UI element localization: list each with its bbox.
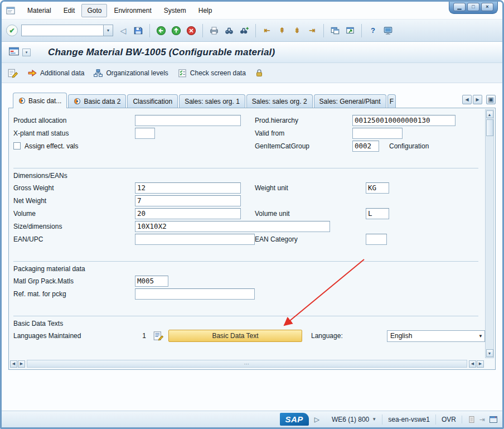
command-field[interactable]	[21, 25, 104, 36]
menu-environment[interactable]: Environment	[108, 4, 157, 17]
gross-weight-input[interactable]	[135, 182, 241, 194]
matl-grp-pack-matls-input[interactable]	[135, 276, 168, 287]
basic-data-text-button[interactable]: Basic Data Text	[168, 330, 302, 342]
status-insert-mode[interactable]: OVR	[435, 414, 462, 425]
new-session-button[interactable]	[328, 24, 342, 37]
form-row: Product allocation Prod.hierarchy	[13, 114, 478, 127]
minimize-button[interactable]: ▁	[453, 3, 466, 11]
languages-maintained-label: Languages Maintained	[13, 332, 135, 340]
gen-item-cat-group-input[interactable]	[352, 141, 379, 152]
next-page-icon: ⇟	[294, 26, 301, 35]
assign-effect-vals-checkbox[interactable]	[13, 142, 21, 150]
volume-input[interactable]	[135, 208, 241, 219]
product-allocation-label: Product allocation	[13, 117, 135, 124]
back-icon	[156, 26, 166, 36]
first-page-button[interactable]: ⇤	[260, 24, 274, 37]
display-change-button[interactable]	[7, 68, 18, 78]
ean-upc-input[interactable]	[135, 234, 255, 245]
tab-basic-data-2[interactable]: Basic data 2	[68, 94, 126, 108]
enter-button[interactable]: ✔	[6, 25, 18, 36]
maximize-button[interactable]: □	[467, 3, 479, 11]
next-page-button[interactable]: ⇟	[290, 24, 304, 37]
language-combobox[interactable]: English ▼	[387, 330, 485, 342]
dimensions-group-title: Dimensions/EANs	[13, 170, 478, 181]
exit-button[interactable]	[169, 24, 183, 37]
last-page-button[interactable]: ⇥	[306, 24, 319, 37]
vertical-scroll-thumb[interactable]	[486, 119, 493, 136]
tab-content-panel: Product allocation Prod.hierarchy X-plan…	[8, 108, 496, 370]
menu-help[interactable]: Help	[193, 4, 218, 17]
product-allocation-input[interactable]	[135, 115, 241, 126]
previous-page-button[interactable]: ⇞	[275, 24, 289, 37]
tab-scroll-left-icon[interactable]: ◀	[462, 95, 472, 104]
horizontal-scroll-thumb[interactable]: ⋯	[27, 360, 467, 368]
menu-system[interactable]: System	[158, 4, 192, 17]
prod-hierarchy-input[interactable]	[352, 115, 455, 126]
sap-logo: SAP	[280, 413, 309, 426]
menu-material[interactable]: Material	[22, 4, 57, 17]
tab-scroll-right-icon[interactable]: ▶	[473, 95, 482, 104]
assign-effect-vals-label: Assign effect. vals	[25, 142, 79, 150]
scroll-right-icon[interactable]: ▶	[18, 360, 25, 368]
find-next-button[interactable]	[238, 24, 251, 37]
system-menu-icon[interactable]	[6, 7, 15, 15]
tab-expand-icon[interactable]: ▣	[486, 95, 496, 104]
display-change-icon	[7, 68, 18, 78]
status-system[interactable]: WE6 (1) 800 ▼	[326, 414, 382, 425]
customize-layout-button[interactable]	[381, 24, 395, 37]
status-expand-icon[interactable]: ▷	[314, 416, 319, 423]
back-triangle-button[interactable]: ◁	[117, 24, 130, 37]
command-dropdown-icon[interactable]: ▼	[104, 25, 113, 36]
menu-goto[interactable]: Goto	[81, 4, 107, 17]
create-shortcut-icon	[345, 26, 355, 36]
screen-menu-dropdown-icon[interactable]: ▾	[22, 49, 31, 56]
horizontal-scrollbar[interactable]: ◀ ▶ ⋯ ◀ ▶	[10, 359, 484, 368]
scroll-left-icon[interactable]: ◀	[469, 360, 476, 368]
screen-icon[interactable]	[8, 46, 20, 58]
tab-sales-org-1[interactable]: Sales: sales org. 1	[179, 94, 245, 108]
menu-edit[interactable]: Edit	[58, 4, 81, 17]
help-button[interactable]: ?	[366, 24, 380, 37]
tab-overflow[interactable]: F	[387, 94, 396, 108]
lock-button[interactable]	[255, 69, 264, 78]
form-row: Size/dimensions	[13, 220, 478, 233]
toolbar-separator	[255, 24, 256, 37]
create-shortcut-button[interactable]	[343, 24, 357, 37]
additional-data-button[interactable]: Additional data	[27, 69, 84, 78]
cancel-button[interactable]	[185, 24, 198, 37]
size-dimensions-input[interactable]	[135, 221, 330, 232]
volume-unit-input[interactable]	[366, 208, 389, 219]
check-screen-data-icon	[177, 69, 187, 78]
edit-text-button[interactable]	[152, 330, 165, 341]
find-button[interactable]	[222, 24, 236, 37]
organizational-levels-button[interactable]: Organizational levels	[93, 69, 168, 78]
close-button[interactable]: ×	[481, 3, 493, 11]
valid-from-input[interactable]	[352, 128, 403, 139]
scroll-down-icon[interactable]: ▼	[486, 349, 493, 357]
status-bar: SAP ▷ WE6 (1) 800 ▼ sea-en-vswe1 OVR ⇥	[2, 411, 502, 427]
vertical-scrollbar[interactable]: ▲ ▼	[485, 109, 494, 358]
scroll-left-icon[interactable]: ◀	[10, 360, 17, 368]
first-page-icon: ⇤	[264, 26, 270, 35]
session-icon[interactable]	[489, 416, 498, 423]
exit-icon	[171, 26, 181, 36]
ref-mat-for-pckg-input[interactable]	[135, 288, 255, 300]
form-row: Net Weight	[13, 194, 478, 207]
tab-basic-data-1[interactable]: Basic dat...	[13, 93, 67, 108]
scroll-right-icon[interactable]: ▶	[477, 360, 484, 368]
tab-sales-general-plant[interactable]: Sales: General/Plant	[314, 94, 386, 108]
weight-unit-input[interactable]	[366, 182, 389, 194]
save-button[interactable]	[132, 24, 145, 37]
back-button[interactable]	[154, 24, 168, 37]
toolbar-separator	[361, 24, 362, 37]
form-row: Ref. mat. for pckg	[13, 287, 478, 300]
net-weight-input[interactable]	[135, 195, 241, 206]
print-button[interactable]	[207, 24, 221, 37]
scroll-up-icon[interactable]: ▲	[486, 110, 493, 118]
tab-sales-org-2[interactable]: Sales: sales org. 2	[246, 94, 313, 108]
check-screen-data-button[interactable]: Check screen data	[177, 69, 246, 78]
form-row: Languages Maintained 1 Basic Data Text L…	[13, 329, 478, 343]
tab-classification[interactable]: Classification	[127, 94, 178, 108]
x-plant-matl-status-input[interactable]	[135, 128, 155, 139]
ean-category-input[interactable]	[366, 234, 387, 245]
